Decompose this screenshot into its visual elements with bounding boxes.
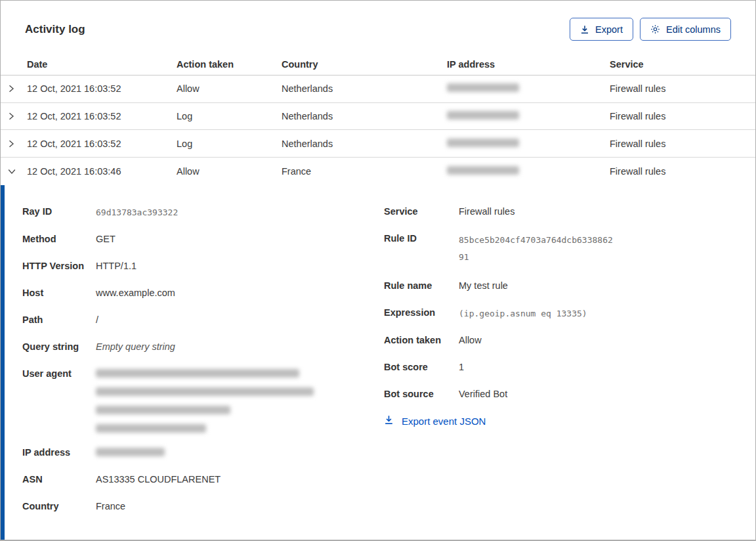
table-row-expanded[interactable]: 12 Oct, 2021 16:03:46 Allow France Firew…: [1, 158, 755, 185]
chevron-right-icon[interactable]: [1, 139, 27, 148]
field-label: Action taken: [384, 334, 459, 347]
field-label: Rule ID: [384, 232, 459, 246]
detail-field-host: Host www.example.com: [22, 286, 384, 300]
detail-field-bot-score: Bot score 1: [384, 360, 755, 374]
field-label: IP address: [22, 446, 96, 460]
field-label: User agent: [22, 367, 96, 381]
header-actions: Export Edit columns: [570, 18, 731, 41]
detail-field-country: Country France: [22, 500, 384, 513]
detail-field-action-taken: Action taken Allow: [384, 334, 755, 347]
table-header: Date Action taken Country IP address Ser…: [1, 54, 755, 76]
column-header-ip-address[interactable]: IP address: [447, 59, 610, 70]
export-button[interactable]: Export: [570, 18, 633, 41]
row-date: 12 Oct, 2021 16:03:46: [27, 166, 177, 177]
field-value: France: [96, 500, 125, 513]
edit-columns-button[interactable]: Edit columns: [640, 18, 731, 41]
row-date: 12 Oct, 2021 16:03:52: [27, 139, 177, 149]
row-action-taken: Allow: [177, 166, 282, 177]
field-label: HTTP Version: [22, 259, 96, 273]
field-label: Bot source: [384, 387, 459, 401]
field-label: Host: [22, 286, 96, 300]
field-label: ASN: [22, 473, 96, 487]
field-value: Verified Bot: [459, 387, 507, 401]
field-value: www.example.com: [96, 286, 175, 300]
row-ip-redacted: [447, 166, 610, 177]
export-event-json-link[interactable]: Export event JSON: [384, 415, 486, 427]
field-label: Country: [22, 500, 96, 513]
column-header-date[interactable]: Date: [27, 59, 177, 70]
detail-field-user-agent: User agent: [22, 367, 384, 433]
column-header-service[interactable]: Service: [610, 59, 755, 70]
field-label: Service: [384, 205, 459, 219]
panel-header: Activity log Export Edit columns: [1, 1, 755, 54]
field-value: 69d13783ac393322: [96, 205, 178, 219]
export-event-json-label: Export event JSON: [402, 416, 486, 427]
field-value: My test rule: [459, 279, 508, 293]
row-country: Netherlands: [282, 111, 447, 121]
table-row[interactable]: 12 Oct, 2021 16:03:52 Log Netherlands Fi…: [1, 130, 755, 158]
row-country: Netherlands: [282, 83, 447, 94]
detail-field-asn: ASN AS13335 CLOUDFLARENET: [22, 473, 384, 487]
field-label: Query string: [22, 340, 96, 354]
detail-field-service: Service Firewall rules: [384, 205, 755, 219]
gear-icon: [650, 24, 660, 34]
detail-field-rule-id: Rule ID 85bce5b204cf4703a764dcb633886291: [384, 232, 755, 266]
row-date: 12 Oct, 2021 16:03:52: [27, 111, 177, 121]
row-country: Netherlands: [282, 139, 447, 149]
detail-field-ray-id: Ray ID 69d13783ac393322: [22, 205, 384, 219]
field-value: Allow: [459, 334, 482, 347]
field-value: AS13335 CLOUDFLARENET: [96, 473, 220, 487]
detail-field-path: Path /: [22, 313, 384, 327]
field-value: (ip.geoip.asnum eq 13335): [459, 306, 587, 320]
field-value: 1: [459, 360, 464, 374]
field-value: GET: [96, 232, 116, 246]
table-row[interactable]: 12 Oct, 2021 16:03:52 Log Netherlands Fi…: [1, 103, 755, 131]
page-title: Activity log: [25, 23, 85, 36]
field-value-redacted: [96, 367, 314, 433]
download-icon: [580, 25, 589, 34]
row-action-taken: Allow: [177, 83, 282, 94]
row-ip-redacted: [447, 111, 610, 121]
export-button-label: Export: [595, 24, 623, 35]
detail-field-bot-source: Bot source Verified Bot: [384, 387, 755, 401]
field-value-redacted: [96, 446, 165, 456]
row-service: Firewall rules: [610, 111, 755, 121]
detail-field-http-version: HTTP Version HTTP/1.1: [22, 259, 384, 273]
details-right-column: Service Firewall rules Rule ID 85bce5b20…: [384, 205, 755, 527]
detail-field-expression: Expression (ip.geoip.asnum eq 13335): [384, 306, 755, 320]
row-date: 12 Oct, 2021 16:03:52: [27, 83, 177, 94]
field-label: Expression: [384, 306, 459, 320]
row-ip-redacted: [447, 83, 610, 94]
table-row[interactable]: 12 Oct, 2021 16:03:52 Allow Netherlands …: [1, 76, 755, 103]
row-service: Firewall rules: [610, 83, 755, 94]
row-action-taken: Log: [177, 139, 282, 149]
download-icon: [384, 415, 394, 427]
field-value: Firewall rules: [459, 205, 514, 219]
event-details-panel: Ray ID 69d13783ac393322 Method GET HTTP …: [1, 185, 755, 540]
activity-log-panel: Activity log Export Edit columns: [0, 0, 756, 541]
detail-field-query-string: Query string Empty query string: [22, 340, 384, 354]
details-left-column: Ray ID 69d13783ac393322 Method GET HTTP …: [22, 205, 384, 527]
detail-field-ip-address: IP address: [22, 446, 384, 460]
chevron-right-icon[interactable]: [1, 84, 27, 93]
chevron-right-icon[interactable]: [1, 112, 27, 121]
row-service: Firewall rules: [610, 166, 755, 177]
field-label: Method: [22, 232, 96, 246]
chevron-down-icon[interactable]: [1, 167, 27, 175]
detail-field-method: Method GET: [22, 232, 384, 246]
field-value: 85bce5b204cf4703a764dcb633886291: [459, 232, 615, 266]
field-value: /: [96, 313, 98, 327]
field-label: Rule name: [384, 279, 459, 293]
field-value: Empty query string: [96, 340, 175, 354]
field-label: Bot score: [384, 360, 459, 374]
field-value: HTTP/1.1: [96, 259, 136, 273]
edit-columns-button-label: Edit columns: [666, 24, 721, 35]
row-ip-redacted: [447, 139, 610, 149]
column-header-country[interactable]: Country: [282, 59, 447, 70]
row-action-taken: Log: [177, 111, 282, 121]
row-service: Firewall rules: [610, 139, 755, 149]
detail-field-rule-name: Rule name My test rule: [384, 279, 755, 293]
row-country: France: [282, 166, 447, 177]
column-header-action-taken[interactable]: Action taken: [177, 59, 282, 70]
field-label: Ray ID: [22, 205, 96, 219]
